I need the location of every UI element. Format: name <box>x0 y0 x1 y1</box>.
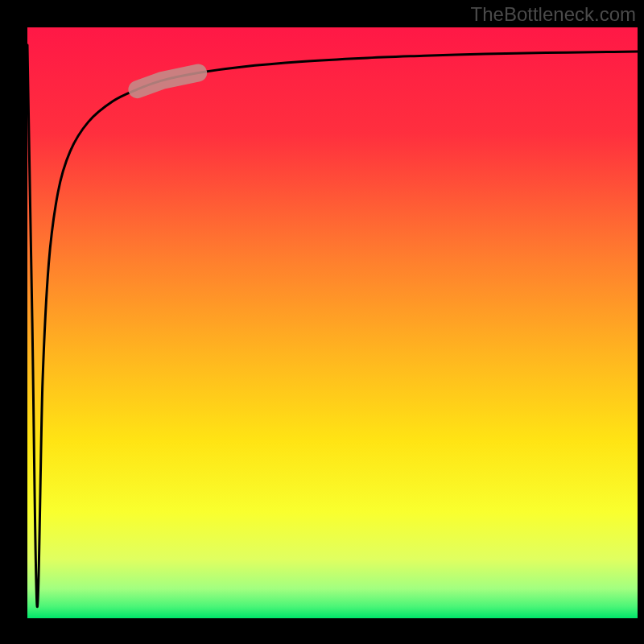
gradient-background <box>27 27 638 618</box>
chart-container: TheBottleneck.com <box>0 0 644 644</box>
watermark-text: TheBottleneck.com <box>471 3 636 26</box>
chart-svg <box>27 27 638 618</box>
plot-area <box>27 27 638 618</box>
